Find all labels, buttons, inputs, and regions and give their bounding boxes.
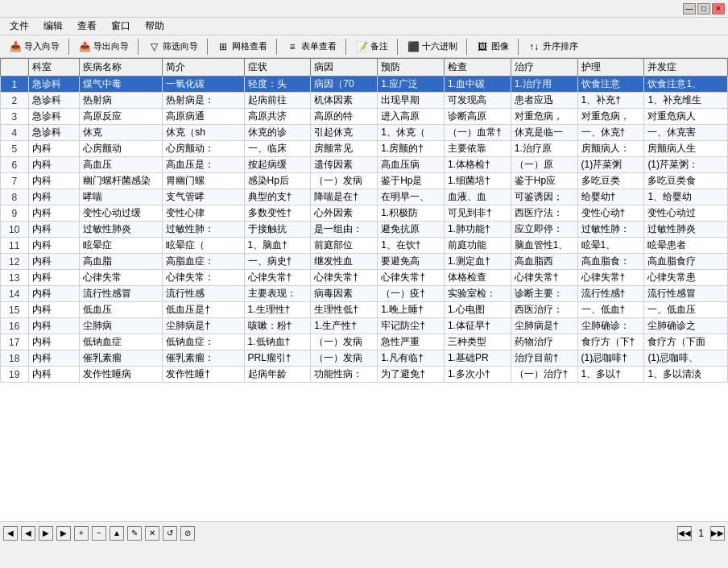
cell-prevention: 1.应广泛 <box>378 77 445 93</box>
table-row[interactable]: 12内科高血脂高脂血症：一、病史†继发性血要避免高1.测定血†高血脂西高血脂食：… <box>1 254 728 270</box>
cell-prevention: 急性严重 <box>378 334 445 350</box>
cell-name: 变性心动过缓 <box>79 205 163 222</box>
menu-help[interactable]: 帮助 <box>139 18 171 35</box>
filter-wizard-button[interactable]: ▽ 筛选向导 <box>142 38 204 56</box>
table-row[interactable]: 16内科尘肺病尘肺病是†咳嗽：粉†1.生产性†牢记防尘†1.体征早†尘肺病是†尘… <box>1 318 728 334</box>
col-complication-header[interactable]: 并发症 <box>644 59 728 77</box>
table-row[interactable]: 11内科眩晕症眩晕症（1、脑血†前庭部位1、在饮†前庭功能脑血管性1、眩晕1、眩… <box>1 238 728 254</box>
table-row[interactable]: 8内科哮喘支气管哮典型的支†降喘是在†在明早一、血液、血可鉴诱因；给婴幼†1、给… <box>1 189 728 205</box>
nav-add-button[interactable]: + <box>74 526 89 541</box>
table-row[interactable]: 3急诊科高原反应高原病通高原共济高原的特进入高原诊断高原对重危病，对重危病，对重… <box>1 109 728 125</box>
col-dept-header[interactable]: 科室 <box>28 59 79 77</box>
col-nursing-header[interactable]: 护理 <box>577 59 644 77</box>
cell-name: 高血脂 <box>79 254 163 270</box>
cell-dept: 急诊科 <box>28 77 79 93</box>
nav-next-button[interactable]: ▶ <box>39 526 53 541</box>
table-row[interactable]: 2急诊科热射病热射病是：起病前往机体因素出现早期可发现高患者应迅1、补充†1、补… <box>1 93 728 109</box>
cell-symptom: 1、脑血† <box>244 238 311 254</box>
cell-prevention: 1.晚上睡† <box>378 302 445 318</box>
table-container[interactable]: 科室 疾病名称 简介 症状 病因 预防 检查 治疗 护理 并发症 1急诊科煤气中… <box>0 58 728 521</box>
nav-refresh-button[interactable]: ↺ <box>163 526 177 541</box>
cell-intro: 一氧化碳 <box>163 77 244 93</box>
table-row[interactable]: 9内科变性心动过缓变性心律多数变性†心外因素1.积极防可见到非†西医疗法：变性心… <box>1 205 728 222</box>
nav-stop-button[interactable]: ⊘ <box>180 526 195 541</box>
menu-edit[interactable]: 编辑 <box>37 18 69 35</box>
notes-icon: 📝 <box>355 40 368 53</box>
menu-window[interactable]: 窗口 <box>105 18 137 35</box>
nav-edit-button[interactable]: ✎ <box>127 526 142 541</box>
cell-check: 1.基础PR <box>444 350 511 367</box>
cell-treatment: 应立即停： <box>511 222 577 238</box>
nav-cancel-button[interactable]: ✕ <box>145 526 159 541</box>
page-last-button[interactable]: ▶▶ <box>710 526 725 541</box>
col-symptom-header[interactable]: 症状 <box>244 59 311 77</box>
col-rownum-header <box>1 59 29 77</box>
table-row[interactable]: 1急诊科煤气中毒一氧化碳轻度：头病因（701.应广泛1.血中碳1.治疗用饮食注意… <box>1 77 728 93</box>
table-row[interactable]: 10内科过敏性肺炎过敏性肺：于接触抗是一组由：避免抗原1.肺功能†应立即停：过敏… <box>1 222 728 238</box>
cell-prevention: 1、在饮† <box>378 238 445 254</box>
cell-name: 过敏性肺炎 <box>79 222 163 238</box>
sort-asc-button[interactable]: ↑↓ 升序排序 <box>522 38 584 56</box>
separator-5 <box>345 39 346 55</box>
close-button[interactable]: × <box>712 3 725 15</box>
import-wizard-button[interactable]: 📥 导入向导 <box>3 38 65 56</box>
cell-check: 实验室检： <box>444 286 511 302</box>
col-check-header[interactable]: 检查 <box>444 59 511 77</box>
menu-file[interactable]: 文件 <box>3 18 35 35</box>
cell-intro: 高血压是： <box>163 157 244 173</box>
cell-intro: 心房颤动： <box>163 141 244 157</box>
col-cause-header[interactable]: 病因 <box>311 59 378 77</box>
col-treatment-header[interactable]: 治疗 <box>511 59 577 77</box>
cell-cause: （一）发病 <box>311 334 378 350</box>
nav-first-button[interactable]: ◀ <box>3 526 18 541</box>
minimize-button[interactable]: — <box>683 3 696 15</box>
form-view-button[interactable]: ≡ 表单查看 <box>280 38 342 56</box>
window-controls[interactable]: — □ × <box>683 3 725 15</box>
import-icon: 📥 <box>9 40 22 53</box>
row-number: 9 <box>1 205 29 222</box>
cell-dept: 内科 <box>28 205 79 222</box>
table-row[interactable]: 14内科流行性感冒流行性感主要表现：病毒因素（一）疫†实验室检：诊断主要：流行性… <box>1 286 728 302</box>
cell-cause: 高原的特 <box>311 109 378 125</box>
image-view-button[interactable]: 🖼 图像 <box>470 38 515 56</box>
grid-view-button[interactable]: ⊞ 网格查看 <box>211 38 273 56</box>
filter-icon: ▽ <box>147 40 160 53</box>
cell-prevention: 出现早期 <box>378 93 445 109</box>
grid-icon: ⊞ <box>217 40 230 53</box>
cell-treatment: 对重危病， <box>511 109 577 125</box>
cell-complication: 饮食注意1、 <box>644 77 728 93</box>
cell-prevention: 1.积极防 <box>378 205 445 222</box>
cell-nursing: 心律失常† <box>577 270 644 286</box>
nav-prev-button[interactable]: ◀ <box>21 526 35 541</box>
table-row[interactable]: 15内科低血压低血压是†1.生理性†生理性低†1.晚上睡†1.心电图西医治疗：一… <box>1 302 728 318</box>
cell-complication: (1)忌咖啡、 <box>644 350 728 367</box>
nav-up-button[interactable]: ▲ <box>110 526 124 541</box>
table-row[interactable]: 6内科高血压高血压是：按起病缓遗传因素高血压病1.体格检†（一）原(1)芹菜粥(… <box>1 157 728 173</box>
menu-view[interactable]: 查看 <box>71 18 103 35</box>
col-intro-header[interactable]: 简介 <box>163 59 244 77</box>
col-prevention-header[interactable]: 预防 <box>378 59 445 77</box>
nav-delete-button[interactable]: − <box>92 526 106 541</box>
notes-button[interactable]: 📝 备注 <box>350 38 394 56</box>
page-first-button[interactable]: ◀◀ <box>677 526 692 541</box>
table-row[interactable]: 13内科心律失常心律失常：心律失常†心律失常†心律失常†体格检查心律失常†心律失… <box>1 270 728 286</box>
cell-intro: 变性心律 <box>163 205 244 222</box>
cell-dept: 内科 <box>28 173 79 189</box>
hex-label: 十六进制 <box>422 40 457 52</box>
cell-complication: 1、多以清淡 <box>644 367 728 383</box>
export-wizard-button[interactable]: 📤 导出向导 <box>72 38 134 56</box>
table-row[interactable]: 18内科催乳素瘤催乳素瘤：PRL瘤引†（一）发病1.凡有临†1.基础PR治疗目前… <box>1 350 728 367</box>
cell-symptom: 一、病史† <box>244 254 311 270</box>
col-name-header[interactable]: 疾病名称 <box>79 59 163 77</box>
table-row[interactable]: 5内科心房颤动心房颤动：一、临床房颤常见1.房颤的†主要依靠1.治疗原房颤病人：… <box>1 141 728 157</box>
row-number: 16 <box>1 318 29 334</box>
cell-treatment: 患者应迅 <box>511 93 577 109</box>
table-row[interactable]: 7内科幽门螺杆菌感染胃幽门螺感染Hp后（一）发病鉴于Hp是1.细菌培†鉴于Hp应… <box>1 173 728 189</box>
nav-last-button[interactable]: ▶ <box>56 526 71 541</box>
table-row[interactable]: 19内科发作性睡病发作性睡†起病年龄功能性病：为了避免†1.多次小†（一）治疗†… <box>1 367 728 383</box>
cell-complication: 多吃豆类食 <box>644 173 728 189</box>
hex-view-button[interactable]: ⬛ 十六进制 <box>401 38 463 56</box>
table-row[interactable]: 17内科低钠血症低钠血症：1.低钠血†（一）发病急性严重三种类型药物治疗食疗方（… <box>1 334 728 350</box>
table-row[interactable]: 4急诊科休克休克（sh休克的诊引起休克1、休克（（一）血常†休克是临一一、休克†… <box>1 125 728 141</box>
maximize-button[interactable]: □ <box>697 3 710 15</box>
